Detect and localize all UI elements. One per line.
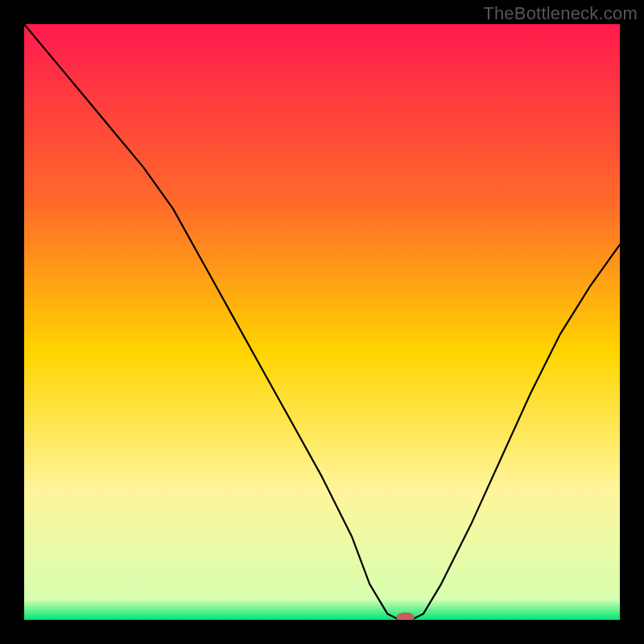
plot-area [24, 24, 620, 620]
chart-frame: TheBottleneck.com [0, 0, 644, 644]
gradient-background [24, 24, 620, 620]
watermark-text: TheBottleneck.com [483, 3, 638, 24]
chart-svg [24, 24, 620, 620]
